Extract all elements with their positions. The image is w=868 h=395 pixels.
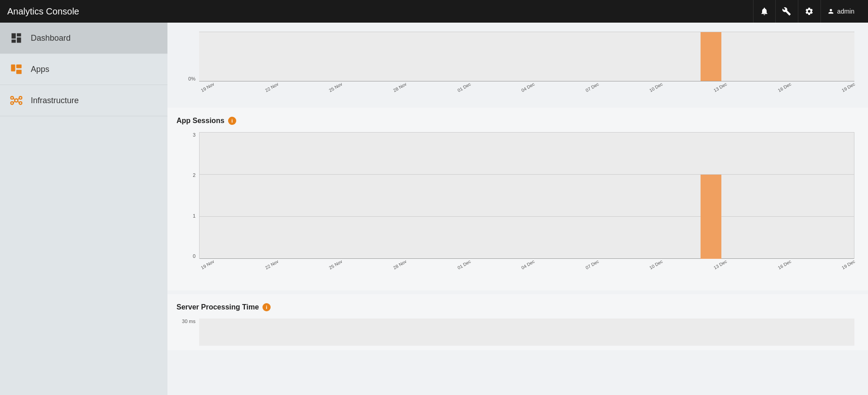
app-sessions-x7: 10 Dec [649, 259, 663, 270]
app-sessions-x1: 22 Nov [264, 259, 279, 270]
server-processing-info-icon[interactable]: i [262, 303, 271, 311]
user-icon [827, 8, 835, 15]
server-chart-area [199, 319, 854, 346]
app-sessions-x0: 19 Nov [200, 259, 215, 270]
app-sessions-y1: 1 [193, 213, 196, 219]
server-y-axis: 30 ms [176, 319, 199, 324]
sidebar-item-dashboard-label: Dashboard [31, 33, 71, 43]
server-processing-title: Server Processing Time [176, 303, 259, 311]
admin-label: admin [837, 8, 854, 15]
svg-point-4 [11, 96, 14, 99]
svg-line-9 [18, 98, 19, 100]
app-sessions-x6: 07 Dec [585, 259, 600, 270]
top-chart-x-axis: 19 Nov 22 Nov 25 Nov 28 Nov 01 Dec 04 De… [199, 81, 854, 104]
top-chart-x-label-8: 13 Dec [713, 81, 728, 93]
top-chart-x-label-6: 07 Dec [585, 81, 600, 93]
app-sessions-x-axis: 19 Nov 22 Nov 25 Nov 28 Nov 01 Dec 04 De… [199, 259, 854, 281]
sidebar-item-apps-label: Apps [31, 65, 49, 74]
sidebar: Dashboard Apps [0, 23, 167, 395]
app-sessions-x4: 01 Dec [457, 259, 472, 270]
settings-button[interactable] [798, 0, 821, 23]
wrench-icon [782, 7, 791, 16]
content-area: 0% 19 Nov 22 Nov 25 Nov 28 Nov 01 Dec 04… [167, 23, 868, 395]
top-chart-x-label-1: 22 Nov [264, 81, 279, 93]
app-sessions-section: App Sessions i [167, 108, 868, 290]
apps-icon [9, 62, 24, 76]
app-sessions-y2: 2 [193, 172, 196, 178]
top-chart-x-label-4: 01 Dec [457, 81, 472, 93]
svg-line-11 [18, 101, 19, 103]
app-sessions-title-row: App Sessions i [176, 117, 854, 125]
top-chart-x-label-2: 25 Nov [328, 81, 343, 93]
app-sessions-x3: 28 Nov [392, 259, 407, 270]
app-sessions-chart-area [199, 132, 854, 259]
grid-line-3 [199, 132, 854, 133]
main-layout: Dashboard Apps [0, 23, 868, 395]
sidebar-item-infrastructure-label: Infrastructure [31, 96, 79, 105]
top-chart-x-label-3: 28 Nov [392, 81, 407, 93]
top-chart-section: 0% 19 Nov 22 Nov 25 Nov 28 Nov 01 Dec 04… [167, 23, 868, 104]
app-sessions-x5: 04 Dec [520, 259, 535, 270]
svg-rect-1 [16, 65, 22, 68]
bell-icon [760, 7, 769, 16]
admin-button[interactable]: admin [821, 0, 861, 23]
app-sessions-title: App Sessions [176, 117, 224, 125]
dashboard-icon [9, 31, 24, 45]
top-chart-x-label-0: 19 Nov [200, 81, 215, 93]
app-header: Analytics Console admin [0, 0, 868, 23]
left-border [199, 132, 200, 259]
server-processing-title-row: Server Processing Time i [176, 303, 854, 311]
app-sessions-x10: 19 Dec [841, 259, 856, 270]
app-sessions-chart: 3 2 1 0 19 Nov 22 Nov 25 Nov 28 Nov 01 D… [176, 132, 854, 281]
top-chart-y-label: 0% [188, 76, 196, 81]
grid-line-1 [199, 216, 854, 217]
svg-point-7 [19, 102, 22, 105]
right-border [854, 132, 854, 259]
svg-rect-0 [11, 65, 15, 71]
app-sessions-bar [701, 175, 721, 259]
app-sessions-y0: 0 [193, 253, 196, 259]
sidebar-item-apps[interactable]: Apps [0, 54, 167, 85]
svg-point-6 [11, 102, 14, 105]
svg-rect-2 [16, 70, 22, 74]
sidebar-item-dashboard[interactable]: Dashboard [0, 23, 167, 54]
svg-point-3 [15, 99, 18, 102]
server-processing-section: Server Processing Time i 30 ms [167, 294, 868, 350]
app-sessions-x2: 25 Nov [328, 259, 343, 270]
app-sessions-y-axis: 3 2 1 0 [176, 132, 199, 259]
top-chart-x-label-9: 16 Dec [777, 81, 792, 93]
header-actions: admin [753, 0, 861, 23]
wrench-button[interactable] [776, 0, 798, 23]
svg-line-10 [14, 101, 15, 103]
grid-line-2 [199, 174, 854, 175]
top-chart-x-label-7: 10 Dec [649, 81, 663, 93]
notification-button[interactable] [753, 0, 776, 23]
app-sessions-info-icon[interactable]: i [228, 117, 236, 125]
server-processing-chart-partial: 30 ms [176, 319, 854, 346]
app-title: Analytics Console [7, 6, 79, 17]
infrastructure-icon [9, 93, 24, 108]
top-chart-bar [701, 32, 721, 81]
top-chart-x-label-10: 19 Dec [841, 81, 856, 93]
top-chart-x-label-5: 04 Dec [520, 81, 535, 93]
svg-line-8 [14, 98, 15, 100]
app-sessions-x8: 13 Dec [713, 259, 728, 270]
server-y-label: 30 ms [182, 319, 196, 324]
gear-icon [805, 7, 814, 16]
app-sessions-y3: 3 [193, 132, 196, 138]
top-chart-topline [199, 32, 854, 32]
app-sessions-x9: 16 Dec [777, 259, 792, 270]
svg-point-5 [19, 96, 22, 99]
sidebar-item-infrastructure[interactable]: Infrastructure [0, 85, 167, 116]
